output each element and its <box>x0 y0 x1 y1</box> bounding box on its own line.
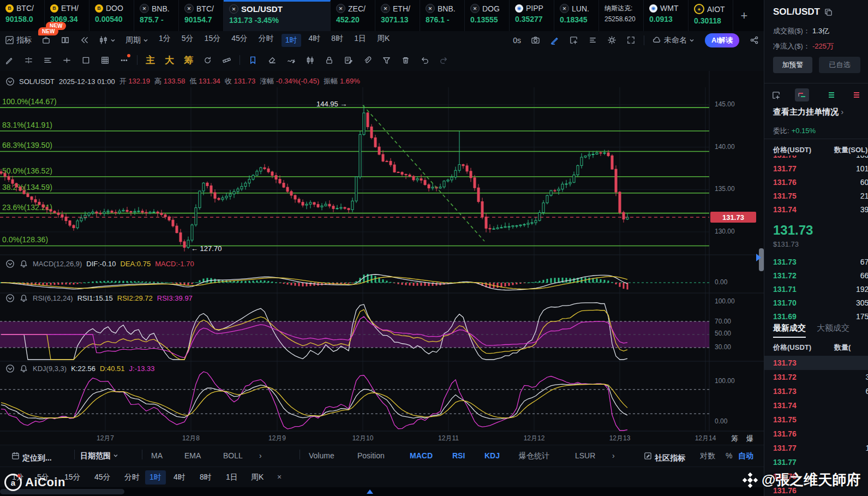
bid-row[interactable]: 131.70305.1 <box>764 296 868 310</box>
overlay-EMA[interactable]: EMA <box>184 451 201 460</box>
share-icon[interactable] <box>750 35 759 45</box>
ask-row[interactable]: 131.7439.3 <box>764 203 868 217</box>
locate-button[interactable]: 定位到... <box>11 451 52 463</box>
auto-scale-button[interactable]: 自动 <box>738 451 753 461</box>
playback-rewind-icon[interactable] <box>80 35 89 45</box>
mode-button-筹[interactable]: 筹 <box>184 54 193 67</box>
symbol-tab-btc[interactable]: ✕BTC/ 90154.7 <box>179 0 224 31</box>
lock-icon[interactable] <box>325 56 334 65</box>
indicator-Volume[interactable]: Volume <box>309 451 334 460</box>
community-indicator-button[interactable]: 社区指标 <box>643 451 685 463</box>
delete-icon[interactable] <box>401 56 410 65</box>
x-axis-extra[interactable]: 爆 <box>746 434 753 444</box>
tab-large-trades[interactable]: 大额成交 <box>817 323 849 333</box>
list-settings-icon[interactable] <box>588 35 597 45</box>
more-tools-icon[interactable] <box>119 56 129 65</box>
symbol-tab-solusdt[interactable]: ✕SOL/USDT 131.73 -3.45% <box>224 0 331 31</box>
date-range-dropdown[interactable]: 日期范围 <box>80 451 118 461</box>
log-scale-button[interactable]: 对数 <box>700 451 715 461</box>
symbol-tab-pipp[interactable]: ◉PIPP 0.35277 <box>510 0 554 31</box>
scroll-arrow-icon[interactable] <box>756 254 761 261</box>
layout-columns-icon[interactable] <box>61 35 70 45</box>
draw-pencil-icon[interactable] <box>550 35 559 45</box>
bottom-tf-1时[interactable]: 1时 <box>145 470 166 485</box>
bottom-tf-1日[interactable]: 1日 <box>226 473 238 482</box>
timeframe-1时[interactable]: 1时 <box>282 34 301 47</box>
symbol-tab-doo[interactable]: BDOO 0.00540 <box>89 0 134 31</box>
kdj-header[interactable]: KDJ(9,3,3) K:22.56 D:40.51 J:-13.33 <box>5 364 155 373</box>
favorited-button[interactable]: 已自选 <box>819 57 860 73</box>
percent-scale-button[interactable]: % <box>726 451 732 460</box>
timeframe-45分[interactable]: 45分 <box>231 34 248 47</box>
indicator-›[interactable]: › <box>612 451 615 460</box>
fullscreen-icon[interactable] <box>626 35 636 45</box>
timeframe-1日[interactable]: 1日 <box>354 34 366 47</box>
filter-icon[interactable] <box>382 56 391 65</box>
ask-row[interactable]: 131.7521.8 <box>764 189 868 203</box>
cross-line-icon[interactable] <box>62 56 71 65</box>
new-window-icon[interactable] <box>569 35 578 45</box>
indicator-MACD[interactable]: MACD <box>410 451 433 460</box>
symbol-tab-aiot[interactable]: ◈AIOT 0.30118 <box>689 0 733 31</box>
undo-icon[interactable] <box>420 56 429 65</box>
x-axis-extra[interactable]: 筹 <box>731 434 738 444</box>
bid-row[interactable]: 131.7266.9 <box>764 269 868 283</box>
brush-icon[interactable] <box>286 56 296 65</box>
measure-icon[interactable] <box>222 56 231 65</box>
horizontal-scrollbar[interactable] <box>0 487 764 496</box>
bid-row[interactable]: 131.7367.8 <box>764 255 868 269</box>
symbol-tab-[interactable]: 纳斯达克: 25258.620 <box>599 0 644 31</box>
mode-button-主[interactable]: 主 <box>146 54 155 67</box>
indicator-RSI[interactable]: RSI <box>452 451 465 460</box>
symbol-tab-bnb[interactable]: ✕BNB. 876.1 - <box>420 0 465 31</box>
rsi-header[interactable]: RSI(6,12,24) RSI1:15.15 RSI2:29.72 RSI3:… <box>5 294 193 303</box>
symbol-tab-wmt[interactable]: ◉WMT 0.0913 <box>644 0 689 31</box>
scroll-up-icon[interactable] <box>367 489 373 494</box>
symbol-tab-dog[interactable]: ✕DOG 0.13555 <box>465 0 510 31</box>
timeframe-分时[interactable]: 分时 <box>259 34 274 47</box>
timeframe-周K[interactable]: 周K <box>377 34 390 47</box>
symbol-tab-bnb[interactable]: ✕BNB. 875.7 - <box>134 0 179 31</box>
indicator-KDJ[interactable]: KDJ <box>484 451 500 460</box>
overlay-BOLL[interactable]: BOLL <box>223 451 243 460</box>
camera-icon[interactable] <box>531 35 540 45</box>
add-alert-button[interactable]: 加预警 <box>773 57 812 73</box>
ask-row[interactable]: 131.7660.4 <box>764 176 868 189</box>
bottom-tf-分时[interactable]: 分时 <box>124 473 140 482</box>
depth-sell-icon[interactable] <box>849 88 864 101</box>
indicator-爆仓统计[interactable]: 爆仓统计 <box>519 451 549 461</box>
indicator-Position[interactable]: Position <box>357 451 385 460</box>
ask-row[interactable]: 131.77101.5 <box>764 162 868 176</box>
note-icon[interactable] <box>344 56 353 65</box>
copy-icon[interactable] <box>824 8 833 17</box>
tab-latest-trades[interactable]: 最新成交 <box>773 323 806 338</box>
overlay-MA[interactable]: MA <box>151 451 163 460</box>
bottom-tf-周K[interactable]: 周K <box>251 473 264 482</box>
overlay-›[interactable]: › <box>259 451 262 460</box>
timeframe-1分[interactable]: 1分 <box>159 34 171 47</box>
redo-icon[interactable] <box>439 56 448 65</box>
briefcase-icon[interactable] <box>41 35 51 45</box>
depth-merged-icon[interactable] <box>795 88 809 101</box>
chart-type-icon[interactable] <box>99 35 116 45</box>
horizontal-lines-icon[interactable] <box>43 56 52 65</box>
pattern-icon[interactable] <box>306 56 315 65</box>
timeframe-15分[interactable]: 15分 <box>205 34 221 47</box>
bookmark-icon[interactable] <box>248 56 258 65</box>
eraser-icon[interactable] <box>267 56 277 65</box>
ai-analysis-button[interactable]: AI解读 <box>705 33 739 47</box>
macd-header[interactable]: MACD(12,26,9) DIF:-0.10 DEA:0.75 MACD:-1… <box>5 259 194 268</box>
bottom-tf-4时[interactable]: 4时 <box>173 473 185 482</box>
timeframe-5分[interactable]: 5分 <box>182 34 194 47</box>
bottom-tf-15分[interactable]: 15分 <box>64 473 81 482</box>
save-layout-dropdown[interactable]: 未命名 <box>653 35 695 45</box>
replay-icon[interactable] <box>203 56 212 65</box>
bid-row[interactable]: 131.71192.4 <box>764 283 868 296</box>
gear-icon[interactable] <box>607 35 616 45</box>
magnet-icon[interactable] <box>363 56 372 65</box>
depth-buy-icon[interactable] <box>824 88 839 101</box>
symbol-tab-lun[interactable]: ✕LUN. 0.18345 <box>554 0 599 31</box>
ask-row[interactable]: 131.78103.4 <box>764 156 868 162</box>
parallel-lines-icon[interactable] <box>24 56 33 65</box>
popout-icon[interactable] <box>769 88 783 101</box>
